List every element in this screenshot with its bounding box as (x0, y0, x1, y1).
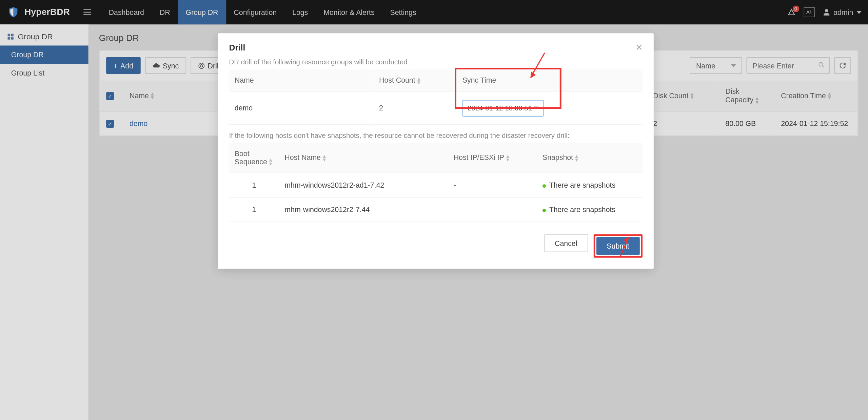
modal-title: Drill (229, 43, 245, 52)
modal-groups-table: Name Host Count▲▼ Sync Time demo 2 2024-… (229, 69, 643, 125)
status-dot (542, 184, 546, 188)
modal-intro: DR drill of the following resource group… (229, 58, 643, 66)
modal-close-button[interactable]: ✕ (635, 42, 643, 53)
sort-icon[interactable]: ▲▼ (574, 154, 579, 162)
sort-icon[interactable]: ▲▼ (322, 154, 327, 162)
sort-icon[interactable]: ▲▼ (505, 154, 510, 162)
status-dot (542, 209, 546, 212)
sort-icon[interactable]: ▲▼ (268, 158, 273, 166)
modal-hosts-table: Boot Sequence▲▼ Host Name▲▼ Host IP/ESXi… (229, 143, 643, 222)
table-row: 1 mhm-windows2012r2-ad1-7.42 - There are… (229, 173, 643, 197)
sync-time-select[interactable]: 2024-01-12 16:00:51 (462, 100, 544, 116)
modal-warning: If the following hosts don't have snapsh… (229, 131, 643, 139)
table-row: demo 2 2024-01-12 16:00:51 (229, 92, 643, 125)
chevron-down-icon (534, 106, 539, 111)
table-row: 1 mhm-windows2012r2-7.44 - There are sna… (229, 197, 643, 222)
sort-icon[interactable]: ▲▼ (416, 77, 421, 85)
cancel-button[interactable]: Cancel (544, 234, 588, 252)
annotation-arrow (618, 235, 630, 258)
annotation-arrow (529, 51, 546, 78)
drill-modal: Drill ✕ DR drill of the following resour… (218, 33, 654, 269)
